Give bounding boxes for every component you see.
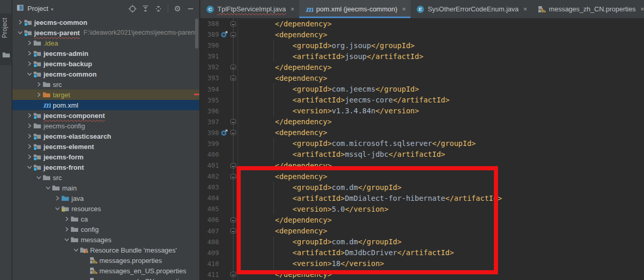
chevron-collapsed[interactable] (53, 195, 61, 202)
close-icon[interactable]: × (290, 5, 295, 13)
project-view-icon[interactable] (17, 4, 24, 13)
chevron-expanded[interactable] (25, 70, 33, 78)
chevron-collapsed[interactable] (25, 50, 33, 57)
code-line-396[interactable]: 396<version>v1.3.4.84n</version> (200, 106, 644, 116)
chevron-collapsed[interactable] (25, 153, 33, 160)
fold-marker-icon[interactable] (230, 65, 236, 70)
chevron-right-icon[interactable] (26, 122, 33, 129)
chevron-down-icon[interactable] (72, 246, 80, 254)
close-icon[interactable]: × (640, 5, 644, 13)
code-line-393[interactable]: 393<dependency> (200, 72, 644, 83)
tree-item-jeecms-config[interactable]: jeecms-config (12, 121, 199, 131)
chevron-down-icon[interactable] (17, 29, 24, 36)
tree-item-jeecms-backup[interactable]: jeecms-backup (12, 58, 199, 69)
code-line-389[interactable]: 389<dependency> (200, 29, 644, 40)
code-line-411[interactable]: 411</dependency> (200, 269, 644, 280)
code-line-395[interactable]: 395<artifactId>jeecms-core</artifactId> (200, 95, 644, 106)
chevron-down-icon[interactable]: ▾ (51, 7, 53, 12)
code-line-402[interactable]: 402<dependency> (200, 171, 644, 182)
chevron-right-icon[interactable] (26, 143, 33, 150)
collapse-all-icon[interactable] (154, 4, 163, 13)
code-editor[interactable]: 388</dependency>389<dependency>390<group… (200, 18, 644, 280)
locate-file-icon[interactable] (128, 4, 137, 13)
fold-marker-icon[interactable] (230, 119, 236, 124)
chevron-right-icon[interactable] (63, 226, 70, 233)
code-line-400[interactable]: 400<artifactId>mssql-jdbc</artifactId> (200, 149, 644, 160)
settings-gear-icon[interactable]: ⚙ (173, 4, 182, 13)
tree-item-src[interactable]: src (12, 79, 199, 90)
code-line-408[interactable]: 408<groupId>com.dm</groupId> (200, 237, 644, 247)
tree-item-jeecms-form[interactable]: jeecms-form (12, 152, 199, 162)
code-line-399[interactable]: 399<groupId>com.microsoft.sqlserver</gro… (200, 138, 644, 149)
tree-item-main[interactable]: main (12, 183, 199, 193)
fold-marker-icon[interactable] (230, 228, 236, 233)
code-line-401[interactable]: 401</dependency> (200, 160, 644, 171)
chevron-expanded[interactable] (63, 236, 70, 243)
chevron-right-icon[interactable] (35, 91, 42, 98)
tree-item-src[interactable]: src (12, 172, 199, 183)
tab-sysothererrorcodeenum-java[interactable]: ESysOtherErrorCodeEnum.java× (411, 0, 532, 18)
code-line-404[interactable]: 404<artifactId>DmDialect-for-hibernate</… (200, 193, 644, 203)
fold-marker-icon[interactable] (230, 130, 236, 135)
chevron-collapsed[interactable] (35, 81, 42, 88)
chevron-right-icon[interactable] (35, 81, 42, 88)
tree-item-messages-en-us-properties[interactable]: messages_en_US.properties (12, 266, 199, 276)
chevron-collapsed[interactable] (25, 60, 33, 67)
maven-dependency-gutter-icon[interactable] (221, 31, 228, 38)
code-line-397[interactable]: 397</dependency> (200, 116, 644, 127)
chevron-right-icon[interactable] (26, 39, 33, 47)
tree-item-jeecms-parent[interactable]: jeecms-parentF:\ideawork2021\jeecms\jeec… (12, 27, 199, 38)
fold-marker-icon[interactable] (230, 174, 236, 179)
tree-item-messages-properties[interactable]: messages.properties (12, 255, 199, 266)
code-line-405[interactable]: 405<version>5.0</version> (200, 203, 644, 214)
project-panel-title[interactable]: Project (27, 5, 48, 12)
chevron-collapsed[interactable] (25, 132, 33, 140)
chevron-down-icon[interactable] (54, 205, 61, 212)
fold-marker-icon[interactable] (230, 21, 236, 26)
tree-item--idea[interactable]: .idea (12, 38, 199, 48)
code-line-410[interactable]: 410<version>18</version> (200, 258, 644, 269)
tree-item-jeecms-component[interactable]: jeecms-component (12, 110, 199, 121)
tree-item-jeecms-elasticsearch[interactable]: jeecms-elasticsearch (12, 131, 199, 141)
project-toolwindow-vertical-label[interactable]: Project (1, 18, 10, 38)
chevron-down-icon[interactable] (35, 174, 42, 181)
folder-icon[interactable] (2, 51, 10, 61)
chevron-expanded[interactable] (25, 164, 33, 171)
code-line-406[interactable]: 406</dependency> (200, 214, 644, 225)
chevron-right-icon[interactable] (17, 19, 24, 26)
chevron-expanded[interactable] (16, 29, 24, 36)
chevron-collapsed[interactable] (25, 39, 33, 47)
close-icon[interactable]: × (402, 5, 406, 13)
chevron-collapsed[interactable] (25, 122, 33, 129)
code-line-409[interactable]: 409<artifactId>DmJdbcDriver</artifactId> (200, 247, 644, 258)
tree-item-resource-bundle-messages-[interactable]: Resource Bundle 'messages' (12, 245, 199, 255)
code-line-394[interactable]: 394<groupId>com.jeecms</groupId> (200, 83, 644, 94)
close-icon[interactable]: × (523, 5, 528, 13)
tree-item-jeecms-common[interactable]: jeecms-common (12, 17, 199, 27)
tree-item-jeecms-element[interactable]: jeecms-element (12, 141, 199, 152)
expand-all-icon[interactable] (141, 4, 150, 13)
chevron-expanded[interactable] (44, 184, 52, 191)
code-line-388[interactable]: 388</dependency> (200, 18, 644, 29)
fold-marker-icon[interactable] (230, 217, 236, 223)
code-line-391[interactable]: 391<artifactId>jsoup</artifactId> (200, 51, 644, 62)
chevron-down-icon[interactable] (26, 164, 33, 171)
chevron-right-icon[interactable] (26, 153, 33, 160)
code-line-392[interactable]: 392</dependency> (200, 62, 644, 72)
chevron-collapsed[interactable] (63, 215, 70, 223)
chevron-collapsed[interactable] (25, 112, 33, 119)
tab-messages-zh-cn-properties[interactable]: messages_zh_CN.properties× (532, 0, 644, 18)
chevron-right-icon[interactable] (26, 132, 33, 140)
code-line-390[interactable]: 390<groupId>org.jsoup</groupId> (200, 40, 644, 51)
fold-marker-icon[interactable] (230, 163, 236, 168)
tab-pom-xml-jeecms-common-[interactable]: mpom.xml (jeecms-common)× (299, 0, 411, 18)
chevron-right-icon[interactable] (26, 50, 33, 57)
chevron-collapsed[interactable] (25, 143, 33, 150)
fold-marker-icon[interactable] (230, 76, 236, 81)
tree-item-jeecms-front[interactable]: jeecms-front (12, 162, 199, 172)
chevron-expanded[interactable] (53, 205, 61, 212)
tree-item-target[interactable]: target (12, 90, 199, 100)
hide-panel-icon[interactable] (186, 4, 195, 13)
folder-icon[interactable] (2, 51, 10, 59)
tree-item-ca[interactable]: ca (12, 214, 199, 224)
